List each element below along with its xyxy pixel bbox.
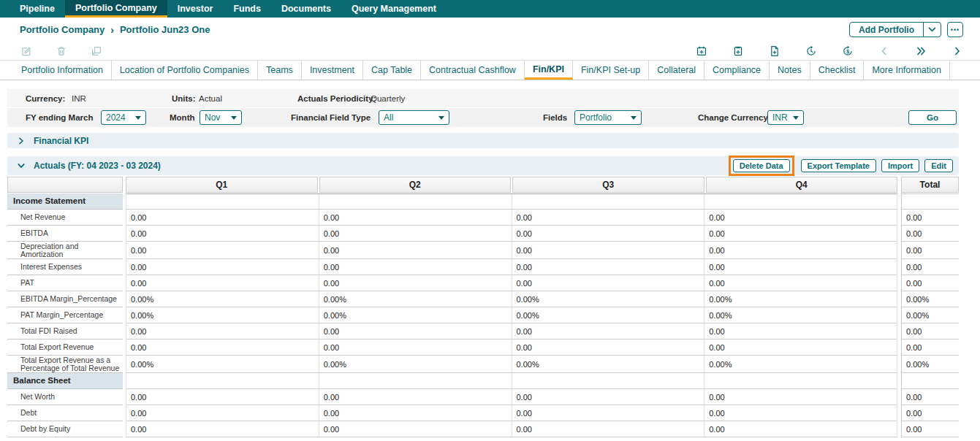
cell-q3: 0.00 (512, 405, 705, 421)
nav-item-pipeline[interactable]: Pipeline (10, 0, 65, 18)
cell-q2: 0.00 (319, 226, 512, 242)
nav-item-query-management[interactable]: Query Management (341, 0, 447, 18)
cell-q3: 0.00% (512, 356, 705, 373)
cell-total: 0.00 (901, 389, 959, 405)
table-body: Income StatementNet Revenue0.000.000.000… (7, 193, 959, 437)
currency-history-icon[interactable]: $ (842, 45, 854, 57)
history-icon[interactable] (805, 45, 817, 57)
cell-total: 0.00% (901, 356, 959, 373)
cell-q4: 0.00 (704, 226, 897, 242)
caret-down-icon (231, 116, 237, 120)
cell-q4: 0.00 (704, 340, 897, 356)
fields-select[interactable]: Portfolio (574, 110, 642, 125)
cell-q3: 0.00% (512, 291, 705, 307)
add-portfolio-label[interactable]: Add Portfolio (850, 23, 923, 37)
cell-q1: 0.00 (126, 242, 319, 259)
tab-bar: Portfolio InformationLocation of Portfol… (0, 61, 980, 80)
caret-down-icon (631, 116, 637, 120)
cell-q1: 0.00 (126, 259, 319, 275)
fields-select-value: Portfolio (580, 112, 612, 123)
cell-q3: 0.00 (512, 242, 705, 259)
top-nav: PipelinePortfolio CompanyInvestorFundsDo… (0, 0, 980, 18)
financial-kpi-section-header[interactable]: Financial KPI (7, 133, 959, 148)
calendar-add-icon[interactable] (696, 45, 707, 57)
add-portfolio-dropdown-icon[interactable] (923, 23, 941, 37)
delete-icon[interactable] (56, 45, 67, 57)
tab-portfolio-information[interactable]: Portfolio Information (13, 61, 112, 80)
month-label: Month (170, 113, 194, 122)
cell-q3: 0.00 (512, 259, 705, 275)
svg-text:$: $ (846, 47, 850, 54)
row-label: Interest Expenses (7, 259, 123, 275)
cell-q1: 0.00 (126, 389, 319, 405)
nav-item-investor[interactable]: Investor (167, 0, 224, 18)
chevron-right-icon[interactable] (951, 45, 963, 57)
cell-q2 (319, 194, 512, 210)
table-row-income-statement: Income Statement (7, 193, 959, 210)
nav-item-funds[interactable]: Funds (223, 0, 271, 18)
cell-q2: 0.00 (319, 323, 512, 340)
filter-bar: FY ending March2024MonthNovFinancial Fie… (7, 108, 959, 127)
edit-icon[interactable] (20, 45, 32, 57)
add-portfolio-button[interactable]: Add Portfolio (849, 22, 941, 37)
double-chevron-right-icon[interactable] (915, 45, 927, 57)
tab-more-information[interactable]: More Information (864, 61, 949, 80)
tab-fin-kpi-set-up[interactable]: Fin/KPI Set-up (573, 61, 649, 80)
cell-q3: 0.00 (512, 323, 705, 340)
section-row-label: Balance Sheet (7, 373, 123, 389)
cell-q2: 0.00 (319, 242, 512, 259)
cell-q4: 0.00 (704, 389, 897, 405)
cell-total: 0.00 (901, 242, 959, 259)
nav-item-documents[interactable]: Documents (271, 0, 341, 18)
cell-q3 (512, 373, 705, 389)
delete-data-button[interactable]: Delete Data (733, 159, 790, 172)
info-value-actuals-periodicity: Quarterly (371, 94, 405, 103)
month-select-value: Nov (205, 112, 220, 123)
actuals-section-header[interactable]: Actuals (FY: 04 2023 - 03 2024) Delete D… (7, 156, 959, 175)
financial-field-type-select[interactable]: All (379, 110, 449, 125)
header-cell-total: Total (901, 177, 959, 193)
edit-button[interactable]: Edit (924, 159, 953, 172)
month-select[interactable]: Nov (200, 110, 242, 125)
tab-checklist[interactable]: Checklist (810, 61, 865, 80)
more-actions-button[interactable]: ••• (947, 22, 963, 37)
breadcrumb-parent[interactable]: Portfolio Company (20, 24, 105, 35)
cell-total: 0.00 (901, 259, 959, 275)
row-label: Debt (7, 405, 123, 421)
export-template-button[interactable]: Export Template (801, 159, 876, 172)
financial-field-type-label: Financial Field Type (291, 113, 371, 122)
tab-investment[interactable]: Investment (302, 61, 363, 80)
tab-fin-kpi[interactable]: Fin/KPI (525, 61, 573, 80)
go-button[interactable]: Go (908, 110, 957, 125)
cell-total: 0.00 (901, 323, 959, 340)
caret-down-icon (135, 116, 141, 120)
cell-q1: 0.00 (126, 323, 319, 340)
tab-teams[interactable]: Teams (258, 61, 302, 80)
cell-q1: 0.00 (126, 405, 319, 421)
cell-q4: 0.00 (704, 405, 897, 421)
tab-contractual-cashflow[interactable]: Contractual Cashflow (421, 61, 525, 80)
header-cell-empty (7, 177, 123, 193)
tab-notes[interactable]: Notes (770, 61, 810, 80)
tab-location-of-portfolio-companies[interactable]: Location of Portfolio Companies (112, 61, 258, 80)
info-label-units: Units: (172, 94, 196, 103)
tab-cap-table[interactable]: Cap Table (363, 61, 421, 80)
file-add-icon[interactable] (769, 45, 780, 57)
fin-kpi-panel: Currency:INRUnits:ActualActuals Periodic… (0, 80, 980, 437)
change-currency-select[interactable]: INR (767, 110, 804, 125)
chevron-left-icon[interactable] (878, 45, 890, 57)
import-button[interactable]: Import (881, 159, 919, 172)
header-cell-q2: Q2 (319, 177, 512, 193)
breadcrumb: Portfolio Company › Portfolio Jun23 One (20, 24, 210, 36)
tab-compliance[interactable]: Compliance (704, 61, 770, 80)
row-label: EBITDA (7, 226, 123, 242)
fy-ending-march-select-value: 2024 (106, 112, 126, 123)
fy-ending-march-select[interactable]: 2024 (101, 110, 146, 125)
clipboard-add-icon[interactable] (732, 45, 744, 57)
tab-collateral[interactable]: Collateral (649, 61, 704, 80)
nav-item-portfolio-company[interactable]: Portfolio Company (65, 0, 167, 18)
breadcrumb-separator-icon: › (110, 24, 114, 36)
table-row-ebitda-margin-percentage: EBITDA Margin_Percentage0.00%0.00%0.00%0… (7, 291, 959, 307)
table-row-balance-sheet: Balance Sheet (7, 373, 959, 389)
copy-icon[interactable] (91, 45, 102, 57)
